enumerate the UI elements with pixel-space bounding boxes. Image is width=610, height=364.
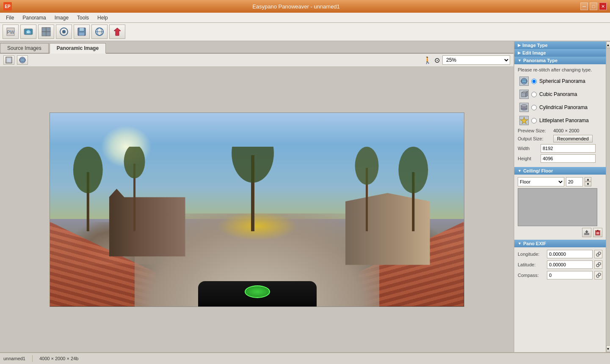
width-row: Width <box>518 144 602 153</box>
svg-rect-8 <box>46 32 50 36</box>
tab-panoramic-image[interactable]: Panoramic Image <box>50 43 106 54</box>
statusbar: unnamed1 4000 × 2000 × 24b <box>0 352 610 364</box>
toolbar-360cam[interactable]: 360 <box>20 25 36 39</box>
floor-actions <box>518 228 602 237</box>
toolbar-web[interactable] <box>91 25 108 39</box>
radio-spherical-input[interactable] <box>531 79 537 84</box>
edit-image-header[interactable]: ▶ Edit Image <box>514 49 606 57</box>
svg-point-27 <box>232 147 274 183</box>
right-panel: ▶ Image Type ▶ Edit Image ▼ Panorama Typ… <box>513 41 606 352</box>
svg-point-38 <box>521 105 527 107</box>
longitude-link-button[interactable] <box>594 250 602 258</box>
floor-type-select[interactable]: Floor Ceiling <box>518 177 564 186</box>
toolbar-stitch[interactable] <box>38 25 54 39</box>
svg-rect-34 <box>522 93 526 97</box>
zoom-selector[interactable]: 25% 10% 50% 75% 100% 200% <box>442 55 510 65</box>
latitude-link-button[interactable] <box>594 260 602 269</box>
longitude-label: Longitude: <box>518 252 545 257</box>
toolbar-save[interactable] <box>74 25 90 39</box>
svg-point-23 <box>73 147 102 193</box>
person-icon: 🚶 <box>423 56 432 64</box>
restore-button[interactable]: □ <box>590 3 597 10</box>
width-label: Width <box>518 146 539 151</box>
image-toolbar: 🚶 ⊙ 25% 10% 50% 75% 100% 200% <box>0 54 513 67</box>
svg-rect-41 <box>584 233 589 235</box>
cubic-label: Cubic Panorama <box>539 91 577 97</box>
menu-panorama[interactable]: Panorama <box>18 14 50 22</box>
image-type-header[interactable]: ▶ Image Type <box>514 41 606 49</box>
toolbar-preview[interactable] <box>56 25 72 39</box>
svg-rect-45 <box>597 230 599 231</box>
littleplanet-icon <box>519 116 529 125</box>
cylindrical-icon <box>519 103 529 112</box>
panorama-type-arrow: ▼ <box>518 58 522 63</box>
svg-point-20 <box>19 57 25 63</box>
image-canvas <box>0 67 513 352</box>
menu-tools[interactable]: Tools <box>73 14 93 22</box>
floor-spinners: ▲ ▼ <box>585 177 591 186</box>
floor-import-button[interactable] <box>582 228 591 237</box>
left-panel: Source Images Panoramic Image 🚶 ⊙ 25% 10… <box>0 41 513 352</box>
pano-exif-header[interactable]: ▼ Pano EXIF <box>514 240 606 247</box>
minimize-button[interactable]: ─ <box>580 3 588 10</box>
height-row: Height <box>518 154 602 163</box>
output-size-label: Output Size: <box>518 136 552 141</box>
window-controls: ─ □ ✕ <box>580 3 607 10</box>
compass-label: Compass: <box>518 273 545 278</box>
ceiling-floor-header[interactable]: ▼ Ceiling/ Floor <box>514 167 606 175</box>
radio-cubic[interactable]: Cubic Panorama <box>518 89 602 100</box>
menu-help[interactable]: Help <box>93 14 112 22</box>
ceiling-floor-label: Ceiling/ Floor <box>523 168 553 173</box>
radio-cubic-input[interactable] <box>531 92 537 97</box>
toolbar-export[interactable] <box>109 25 125 39</box>
radio-littleplanet[interactable]: Littleplanet Panorama <box>518 115 602 126</box>
menu-image[interactable]: Image <box>50 14 73 22</box>
panorama-type-body: Please re-stitch after changing type. Sp… <box>514 64 606 167</box>
floor-number-input[interactable] <box>566 177 583 186</box>
floor-control-row: Floor Ceiling ▲ ▼ <box>518 177 602 186</box>
radio-spherical[interactable]: Spherical Panorama <box>518 76 602 87</box>
scroll-down-arrow[interactable]: ▼ <box>606 345 610 352</box>
menu-file[interactable]: File <box>2 14 18 22</box>
height-label: Height <box>518 156 539 161</box>
compass-link-button[interactable] <box>594 271 602 279</box>
cylindrical-label: Cylindrical Panorama <box>539 104 588 110</box>
sphere-view-button[interactable] <box>17 55 28 65</box>
pano-exif-body: Longitude: Latitude: Compass: <box>514 247 606 284</box>
fit-view-button[interactable] <box>3 55 14 65</box>
svg-point-29 <box>355 147 378 185</box>
height-input[interactable] <box>541 154 596 163</box>
svg-text:360: 360 <box>26 31 31 34</box>
main-layout: Source Images Panoramic Image 🚶 ⊙ 25% 10… <box>0 41 610 352</box>
radio-littleplanet-input[interactable] <box>531 118 537 123</box>
floor-delete-button[interactable] <box>593 228 602 237</box>
littleplanet-label: Littleplanet Panorama <box>539 118 589 123</box>
image-type-label: Image Type <box>522 43 548 48</box>
image-type-arrow: ▶ <box>518 43 521 47</box>
titlebar: EP Easypano Panoweaver - unnamed1 ─ □ ✕ <box>0 0 610 13</box>
svg-text:PW: PW <box>7 30 14 35</box>
spherical-icon <box>519 77 529 86</box>
scroll-up-arrow[interactable]: ▲ <box>606 41 610 48</box>
tab-source-images[interactable]: Source Images <box>0 43 49 53</box>
app-title: Easypano Panoweaver - unnamed1 <box>12 3 580 10</box>
radio-cylindrical-input[interactable] <box>531 105 537 110</box>
width-input[interactable] <box>541 144 596 153</box>
floor-spin-up[interactable]: ▲ <box>585 177 591 182</box>
recommended-button[interactable]: Recommended <box>553 135 593 142</box>
panorama-type-header[interactable]: ▼ Panorama Type <box>514 57 606 64</box>
toolbar-new[interactable]: PW <box>3 25 19 39</box>
panorama-type-label: Panorama Type <box>523 58 558 63</box>
close-button[interactable]: ✕ <box>599 3 607 10</box>
compass-input[interactable] <box>547 271 593 279</box>
toolbar: PW 360 <box>0 23 610 41</box>
radio-cylindrical[interactable]: Cylindrical Panorama <box>518 102 602 113</box>
ceiling-floor-body: Floor Ceiling ▲ ▼ <box>514 175 606 240</box>
latitude-input[interactable] <box>547 260 593 269</box>
status-filename: unnamed1 <box>3 356 25 361</box>
longitude-input[interactable] <box>547 250 593 258</box>
svg-marker-17 <box>114 28 121 36</box>
floor-spin-down[interactable]: ▼ <box>585 182 591 186</box>
scroll-track[interactable] <box>606 48 610 345</box>
svg-line-51 <box>598 254 599 255</box>
